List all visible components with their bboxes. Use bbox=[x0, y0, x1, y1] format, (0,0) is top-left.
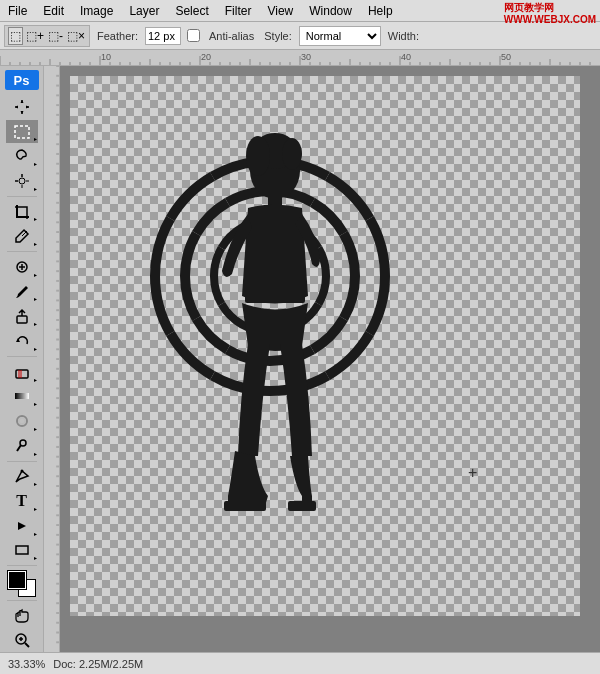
tool-corner-icon: ▸ bbox=[34, 530, 37, 537]
svg-marker-1 bbox=[20, 111, 23, 114]
tool-divider bbox=[7, 565, 37, 566]
tool-corner-icon: ▸ bbox=[34, 425, 37, 432]
tool-corner-icon: ▸ bbox=[34, 505, 37, 512]
svg-marker-2 bbox=[15, 105, 18, 108]
tool-corner-icon: ▸ bbox=[34, 295, 37, 302]
svg-marker-0 bbox=[20, 100, 23, 103]
tool-corner-icon: ▸ bbox=[34, 400, 37, 407]
svg-point-32 bbox=[282, 138, 302, 170]
tool-divider bbox=[7, 461, 37, 462]
shape-tool[interactable]: ▸ bbox=[6, 539, 38, 563]
tool-divider bbox=[7, 600, 37, 601]
tool-corner-icon: ▸ bbox=[34, 554, 37, 561]
tool-corner-icon: ▸ bbox=[34, 135, 37, 142]
svg-point-20 bbox=[19, 418, 25, 424]
svg-point-31 bbox=[246, 136, 270, 176]
width-label: Width: bbox=[385, 30, 422, 42]
tool-corner-icon: ▸ bbox=[34, 160, 37, 167]
tool-corner-icon: ▸ bbox=[34, 345, 37, 352]
svg-point-23 bbox=[20, 470, 23, 473]
watermark: 网页教学网 WWW.WEBJX.COM bbox=[504, 2, 596, 26]
ps-logo: Ps bbox=[5, 70, 39, 90]
canvas-area[interactable]: + bbox=[44, 66, 600, 652]
clone-tool[interactable]: ▸ bbox=[6, 304, 38, 328]
doc-info: Doc: 2.25M/2.25M bbox=[53, 658, 143, 670]
hand-tool[interactable] bbox=[6, 604, 38, 628]
tool-corner-icon: ▸ bbox=[34, 376, 37, 383]
tool-corner-icon: ▸ bbox=[34, 185, 37, 192]
feather-input[interactable] bbox=[145, 27, 181, 45]
figure-svg bbox=[140, 96, 400, 596]
svg-rect-18 bbox=[15, 393, 29, 399]
tool-divider bbox=[7, 356, 37, 357]
style-label: Style: bbox=[261, 30, 295, 42]
svg-marker-3 bbox=[26, 105, 29, 108]
menu-edit[interactable]: Edit bbox=[35, 2, 72, 20]
svg-rect-34 bbox=[245, 291, 305, 303]
ruler-left bbox=[44, 66, 60, 652]
menubar: File Edit Image Layer Select Filter View… bbox=[0, 0, 600, 22]
select-mode-group[interactable]: ⬚ ⬚+ ⬚- ⬚× bbox=[4, 25, 90, 47]
eyedropper-tool[interactable]: ▸ bbox=[6, 224, 38, 248]
tool-divider bbox=[7, 196, 37, 197]
svg-rect-36 bbox=[224, 501, 266, 511]
svg-line-22 bbox=[17, 445, 21, 451]
svg-line-26 bbox=[25, 643, 29, 647]
options-bar: ⬚ ⬚+ ⬚- ⬚× Feather: Anti-alias Style: No… bbox=[0, 22, 600, 50]
menu-select[interactable]: Select bbox=[167, 2, 216, 20]
dodge-tool[interactable]: ▸ bbox=[6, 434, 38, 458]
zoom-tool[interactable] bbox=[6, 628, 38, 652]
history-brush-tool[interactable]: ▸ bbox=[6, 329, 38, 353]
svg-rect-4 bbox=[15, 126, 29, 138]
zoom-level: 33.33% bbox=[8, 658, 45, 670]
menu-view[interactable]: View bbox=[259, 2, 301, 20]
antialias-checkbox[interactable] bbox=[187, 29, 200, 42]
rect-select-icon[interactable]: ⬚ bbox=[8, 27, 23, 45]
menu-file[interactable]: File bbox=[0, 2, 35, 20]
move-tool[interactable] bbox=[6, 95, 38, 119]
type-tool[interactable]: T ▸ bbox=[6, 489, 38, 513]
brush-tool[interactable]: ▸ bbox=[6, 280, 38, 304]
menu-help[interactable]: Help bbox=[360, 2, 401, 20]
figure-container bbox=[140, 96, 400, 596]
tool-divider bbox=[7, 251, 37, 252]
rect-marquee-tool[interactable]: ▸ bbox=[6, 120, 38, 144]
svg-rect-24 bbox=[16, 546, 28, 554]
foreground-color-swatch[interactable] bbox=[8, 571, 26, 589]
pen-tool[interactable]: ▸ bbox=[6, 465, 38, 489]
style-select[interactable]: Normal Fixed Ratio Fixed Size bbox=[299, 26, 381, 46]
healing-tool[interactable]: ▸ bbox=[6, 255, 38, 279]
blur-tool[interactable]: ▸ bbox=[6, 409, 38, 433]
ruler-canvas-top bbox=[0, 50, 600, 66]
photoshop-canvas[interactable]: + bbox=[70, 76, 580, 616]
feather-label: Feather: bbox=[94, 30, 141, 42]
color-swatch[interactable] bbox=[6, 571, 38, 597]
tool-corner-icon: ▸ bbox=[34, 480, 37, 487]
gradient-tool[interactable]: ▸ bbox=[6, 385, 38, 409]
tool-corner-icon: ▸ bbox=[34, 240, 37, 247]
statusbar: 33.33% Doc: 2.25M/2.25M bbox=[0, 652, 600, 674]
tool-corner-icon: ▸ bbox=[34, 450, 37, 457]
svg-rect-17 bbox=[18, 370, 22, 378]
tool-corner-icon: ▸ bbox=[34, 271, 37, 278]
subtract-select-icon[interactable]: ⬚- bbox=[47, 28, 64, 44]
menu-image[interactable]: Image bbox=[72, 2, 121, 20]
lasso-tool[interactable]: ▸ bbox=[6, 144, 38, 168]
svg-point-9 bbox=[19, 178, 25, 184]
intersect-select-icon[interactable]: ⬚× bbox=[66, 28, 86, 44]
crop-tool[interactable]: ▸ bbox=[6, 200, 38, 224]
type-icon: T bbox=[16, 492, 27, 510]
eraser-tool[interactable]: ▸ bbox=[6, 360, 38, 384]
path-select-tool[interactable]: ▸ bbox=[6, 514, 38, 538]
ruler-top bbox=[0, 50, 600, 66]
svg-rect-35 bbox=[288, 501, 316, 511]
main-area: Ps ▸ ▸ ▸ ▸ ▸ ▸ bbox=[0, 66, 600, 652]
svg-rect-14 bbox=[17, 316, 27, 323]
toolbox: Ps ▸ ▸ ▸ ▸ ▸ ▸ bbox=[0, 66, 44, 652]
tool-corner-icon: ▸ bbox=[34, 215, 37, 222]
magic-wand-tool[interactable]: ▸ bbox=[6, 169, 38, 193]
menu-layer[interactable]: Layer bbox=[121, 2, 167, 20]
add-select-icon[interactable]: ⬚+ bbox=[25, 28, 45, 44]
menu-window[interactable]: Window bbox=[301, 2, 360, 20]
menu-filter[interactable]: Filter bbox=[217, 2, 260, 20]
